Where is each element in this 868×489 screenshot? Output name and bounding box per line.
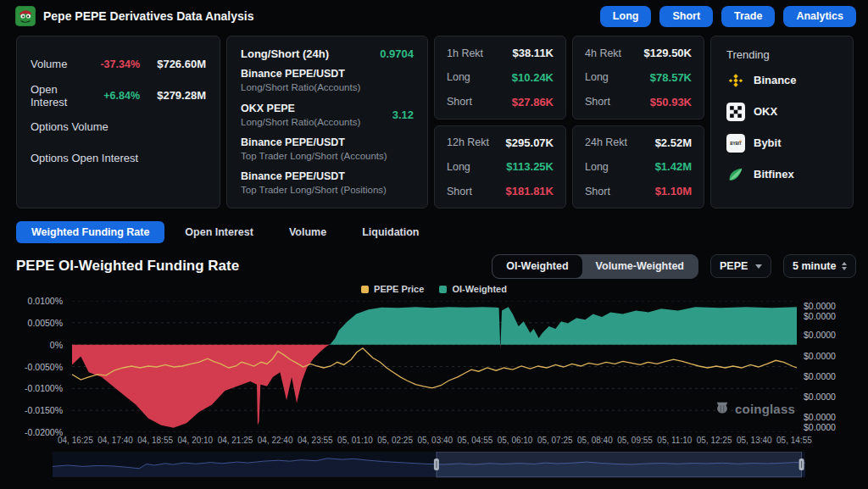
tab-open-interest[interactable]: Open Interest xyxy=(170,221,269,243)
interval-select[interactable]: 5 minute xyxy=(783,254,856,278)
legend-label: PEPE Price xyxy=(374,284,424,294)
rekt-short-label: Short xyxy=(585,186,610,197)
stat-change: +6.84% xyxy=(84,90,140,102)
rekt-long-value: $113.25K xyxy=(506,160,554,173)
ls-entry-desc: Long/Short Ratio(Accounts) xyxy=(241,81,360,94)
x-tick-label: 05, 11:10 xyxy=(657,436,692,445)
y-right-tick-label: $0.0000 xyxy=(804,422,836,432)
legend-label: OI-Weighted xyxy=(452,284,507,294)
exchange-name: Bybit xyxy=(754,136,782,149)
x-tick-label: 04, 20:10 xyxy=(177,436,213,445)
analytics-button[interactable]: Analytics xyxy=(783,6,856,27)
long-button[interactable]: Long xyxy=(600,6,652,27)
symbol-select[interactable]: PEPE xyxy=(710,254,771,278)
svg-text:BYBIT: BYBIT xyxy=(730,142,742,146)
y-right-tick-label: $0.0000 xyxy=(804,311,836,321)
y-axis-right: $0.0000$0.0000$0.0000$0.0000$0.0000$0.00… xyxy=(800,301,865,432)
rekt-long-value: $78.57K xyxy=(650,71,692,84)
exchange-name: Bitfinex xyxy=(754,168,794,181)
y-left-tick-label: -0.0050% xyxy=(25,362,63,372)
ls-entry-name: Binance PEPE/USDT xyxy=(241,67,360,81)
rekt-total: $295.07K xyxy=(506,136,554,149)
legend-swatch-icon xyxy=(361,286,369,293)
rekt-total: $38.11K xyxy=(513,47,554,59)
tab-liquidation[interactable]: Liquidation xyxy=(347,221,434,243)
x-tick-label: 04, 17:40 xyxy=(97,436,133,445)
interval-select-value: 5 minute xyxy=(793,260,836,272)
rekt-long-label: Long xyxy=(447,161,470,173)
navigator-handle[interactable] xyxy=(799,458,804,470)
rekt-long-label: Long xyxy=(585,71,609,83)
symbol-select-value: PEPE xyxy=(720,260,748,272)
funding-chart-plot[interactable] xyxy=(72,301,797,432)
rekt-card-4h: 4h Rekt$129.50K Long$78.57K Short$50.93K xyxy=(572,36,704,119)
chart-navigator[interactable] xyxy=(53,452,805,479)
rekt-period: 1h Rekt xyxy=(447,47,483,59)
oi-weighted-segment[interactable]: OI-Weighted xyxy=(492,255,581,278)
y-axis-left: 0.0100%0.0050%0%-0.0050%-0.0100%-0.0150%… xyxy=(0,301,66,432)
x-axis: 04, 16:2504, 17:4004, 18:5504, 20:1004, … xyxy=(58,436,812,445)
x-tick-label: 04, 16:25 xyxy=(58,436,93,445)
chart-legend: PEPE Price OI-Weighted xyxy=(0,284,868,294)
trending-item-bitfinex[interactable]: Bitfinex xyxy=(726,158,837,190)
volume-weighted-segment[interactable]: Volume-Weighted xyxy=(582,255,698,278)
trade-button[interactable]: Trade xyxy=(721,6,775,27)
brand: Pepe PEPE Derivatives Data Analysis xyxy=(15,6,254,26)
legend-pepe-price[interactable]: PEPE Price xyxy=(361,284,424,294)
short-button[interactable]: Short xyxy=(659,6,713,27)
tab-volume[interactable]: Volume xyxy=(274,221,342,243)
long-short-value: 0.9704 xyxy=(380,47,414,60)
ls-entry-name: OKX PEPE xyxy=(241,102,360,116)
ls-entry-value: 3.12 xyxy=(392,108,414,121)
rekt-card-12h: 12h Rekt$295.07K Long$113.25K Short$181.… xyxy=(434,125,566,209)
header-actions: Long Short Trade Analytics xyxy=(600,6,856,27)
chart-tabs: Weighted Funding Rate Open Interest Volu… xyxy=(0,220,868,243)
rekt-short-value: $50.93K xyxy=(650,96,692,108)
coinglass-watermark: coinglass xyxy=(715,401,795,416)
overview-row-open-interest: Open Interest +6.84% $279.28M xyxy=(31,80,206,111)
chart-controls: OI-Weighted Volume-Weighted PEPE 5 minut… xyxy=(492,254,856,279)
funding-rate-chart-region: PEPE Price OI-Weighted 0.0100%0.0050%0%-… xyxy=(0,282,868,486)
trending-item-binance[interactable]: Binance xyxy=(726,64,837,96)
trending-item-okx[interactable]: OKX xyxy=(726,96,837,127)
rekt-total: $129.50K xyxy=(644,47,692,59)
rekt-long-value: $10.24K xyxy=(512,71,554,84)
market-overview-card: Volume -37.34% $726.60M Open Interest +6… xyxy=(16,36,220,208)
x-tick-label: 05, 02:25 xyxy=(377,436,413,445)
rekt-period: 24h Rekt xyxy=(585,136,627,148)
rekt-card-24h: 24h Rekt$2.52M Long$1.42M Short$1.10M xyxy=(572,125,704,209)
x-tick-label: 05, 01:10 xyxy=(337,436,373,445)
pepe-logo-icon xyxy=(15,6,36,26)
rekt-grid: 1h Rekt$38.11K Long$10.24K Short$27.86K … xyxy=(434,36,704,208)
navigator-brush[interactable] xyxy=(437,452,802,477)
stats-card-row: Volume -37.34% $726.60M Open Interest +6… xyxy=(0,32,868,208)
tab-weighted-funding-rate[interactable]: Weighted Funding Rate xyxy=(16,221,164,243)
rekt-short-label: Short xyxy=(447,96,472,108)
x-tick-label: 05, 12:25 xyxy=(697,436,732,445)
rekt-period: 4h Rekt xyxy=(585,47,621,59)
rekt-period: 12h Rekt xyxy=(447,136,489,148)
watermark-text: coinglass xyxy=(735,402,795,416)
x-tick-label: 05, 14:55 xyxy=(776,436,812,445)
rekt-long-value: $1.42M xyxy=(655,160,692,173)
stepper-icon xyxy=(842,262,847,270)
ls-entry-name: Binance PEPE/USDT xyxy=(241,136,387,150)
navigator-handle[interactable] xyxy=(434,458,439,470)
y-right-tick-label: $0.0000 xyxy=(804,392,836,402)
y-right-tick-label: $0.0000 xyxy=(804,412,836,422)
x-tick-label: 05, 03:40 xyxy=(417,436,453,445)
rekt-total: $2.52M xyxy=(655,136,692,149)
stat-value: $726.60M xyxy=(140,58,206,70)
ls-entry: Binance PEPE/USDT Top Trader Long/Short … xyxy=(241,169,414,197)
coinglass-icon xyxy=(715,401,730,416)
weighting-toggle: OI-Weighted Volume-Weighted xyxy=(492,254,698,279)
exchange-name: Binance xyxy=(754,74,797,86)
y-right-tick-label: $0.0000 xyxy=(804,301,836,311)
y-right-tick-label: $0.0000 xyxy=(804,330,836,340)
trending-item-bybit[interactable]: BYBIT Bybit xyxy=(726,127,837,158)
rekt-short-value: $1.10M xyxy=(655,185,692,197)
ls-entry: OKX PEPE Long/Short Ratio(Accounts) 3.12 xyxy=(241,102,414,129)
legend-oi-weighted[interactable]: OI-Weighted xyxy=(439,284,507,294)
long-short-title: Long/Short (24h) xyxy=(241,47,329,60)
y-left-tick-label: 0% xyxy=(50,340,63,350)
